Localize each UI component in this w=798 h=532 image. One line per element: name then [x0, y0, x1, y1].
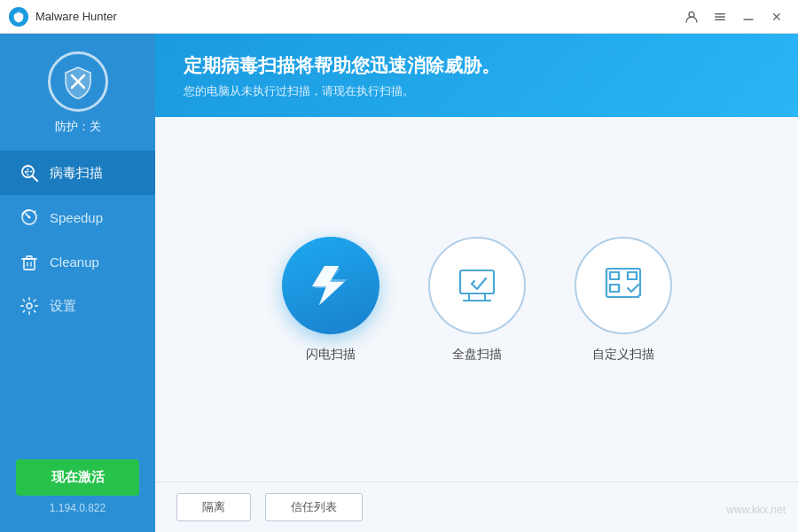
sidebar: 防护：关 病毒扫描 [0, 34, 155, 532]
flash-scan-wrap[interactable]: 闪电扫描 [282, 237, 379, 363]
banner-subtitle: 您的电脑从未执行过扫描，请现在执行扫描。 [184, 83, 770, 99]
trust-list-btn[interactable]: 信任列表 [265, 493, 363, 521]
version-text: 1.194.0.822 [16, 496, 139, 525]
top-banner: 定期病毒扫描将帮助您迅速消除威胁。 您的电脑从未执行过扫描，请现在执行扫描。 [155, 34, 798, 117]
app-logo [9, 7, 28, 27]
svg-line-9 [33, 176, 38, 182]
full-scan-circle [428, 237, 526, 334]
close-btn[interactable]: ✕ [764, 4, 789, 29]
shield-wrap [48, 51, 108, 112]
svg-rect-21 [610, 272, 619, 279]
sidebar-item-virus-scan[interactable]: 病毒扫描 [0, 151, 155, 195]
svg-rect-3 [715, 16, 725, 17]
sidebar-item-label: Speedup [50, 210, 103, 225]
sidebar-item-label: 设置 [50, 298, 76, 315]
flash-scan-circle [282, 237, 379, 334]
full-scan-wrap[interactable]: 全盘扫描 [428, 237, 526, 363]
svg-rect-2 [715, 13, 725, 14]
svg-point-16 [27, 303, 32, 309]
custom-scan-circle [575, 237, 672, 334]
activate-section: 现在激活 1.194.0.822 [0, 445, 155, 532]
user-icon-btn[interactable] [679, 4, 704, 29]
svg-rect-17 [460, 270, 494, 293]
title-bar: Malware Hunter ✕ [0, 0, 798, 34]
svg-rect-22 [628, 272, 637, 279]
app-title: Malware Hunter [35, 10, 679, 23]
custom-scan-label: 自定义扫描 [592, 347, 654, 363]
main-content: 定期病毒扫描将帮助您迅速消除威胁。 您的电脑从未执行过扫描，请现在执行扫描。 闪… [155, 34, 798, 532]
protection-status: 防护：关 [0, 34, 155, 151]
window-controls: ✕ [679, 4, 789, 29]
svg-rect-23 [610, 285, 619, 292]
svg-rect-12 [24, 259, 35, 270]
custom-scan-wrap[interactable]: 自定义扫描 [575, 237, 672, 363]
bottom-bar: 隔离 信任列表 [155, 481, 798, 532]
menu-icon-btn[interactable] [708, 4, 732, 29]
svg-point-11 [28, 216, 31, 219]
banner-title: 定期病毒扫描将帮助您迅速消除威胁。 [184, 53, 770, 78]
sidebar-item-speedup[interactable]: Speedup [0, 195, 155, 239]
nav-items: 病毒扫描 Speedup [0, 151, 155, 445]
scan-area: 闪电扫描 全盘扫描 [155, 117, 798, 481]
sidebar-item-cleanup[interactable]: Cleanup [0, 239, 155, 284]
svg-point-10 [27, 171, 29, 173]
protection-label: 防护：关 [55, 119, 101, 135]
activate-button[interactable]: 现在激活 [16, 459, 139, 496]
quarantine-btn[interactable]: 隔离 [176, 493, 251, 521]
app-body: 防护：关 病毒扫描 [0, 34, 798, 532]
flash-scan-label: 闪电扫描 [306, 347, 356, 363]
minimize-btn[interactable] [736, 4, 761, 29]
sidebar-item-label: Cleanup [50, 254, 99, 270]
full-scan-label: 全盘扫描 [452, 347, 502, 363]
scan-buttons-row: 闪电扫描 全盘扫描 [282, 237, 672, 363]
sidebar-item-label: 病毒扫描 [50, 165, 103, 182]
svg-rect-4 [715, 19, 725, 20]
sidebar-item-settings[interactable]: 设置 [0, 284, 155, 328]
